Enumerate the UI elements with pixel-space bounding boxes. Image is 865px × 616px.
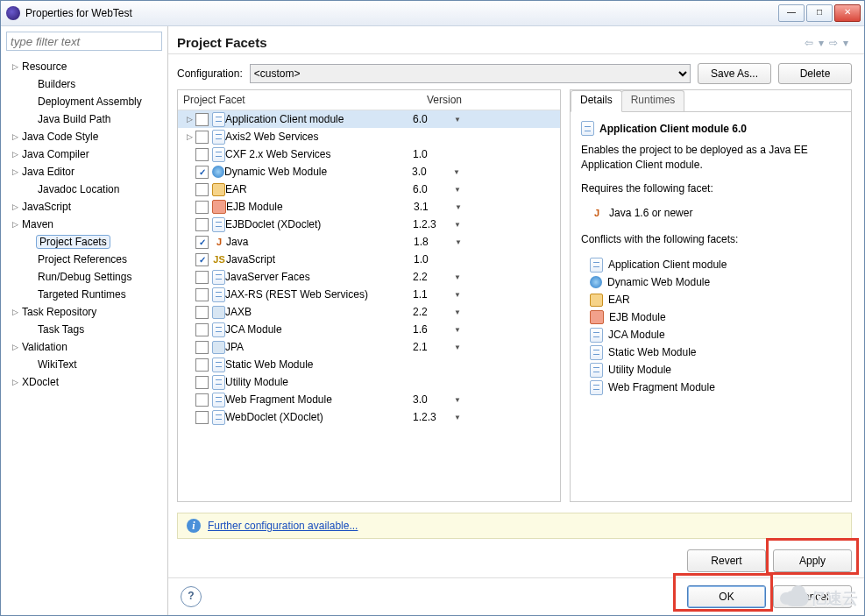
nav-item-deployment-assembly[interactable]: Deployment Assembly	[1, 93, 167, 110]
page-icon	[590, 363, 603, 378]
facet-row[interactable]: ✓Dynamic Web Module3.0▼	[178, 163, 560, 181]
nav-item-builders[interactable]: Builders	[1, 75, 167, 93]
ok-button[interactable]: OK	[687, 585, 766, 608]
forward-menu-icon[interactable]: ▾	[841, 37, 850, 49]
delete-button[interactable]: Delete	[778, 63, 852, 84]
properties-dialog: Properties for WebTest — □ ✕ ▷ResourceBu…	[0, 0, 865, 616]
facet-checkbox[interactable]	[195, 288, 209, 301]
facet-row[interactable]: ✓JSJavaScript1.0	[178, 251, 560, 268]
details-title: Application Client module 6.0	[599, 123, 747, 135]
facet-name: EJBDoclet (XDoclet)	[225, 218, 409, 230]
facet-checkbox[interactable]	[195, 411, 209, 424]
version-dropdown-icon[interactable]: ▼	[451, 308, 464, 316]
facet-table: Project Facet Version ▷Application Clien…	[177, 89, 561, 502]
facet-row[interactable]: JPA2.1▼	[178, 338, 560, 356]
version-dropdown-icon[interactable]: ▼	[451, 326, 464, 334]
facet-row[interactable]: EAR6.0▼	[178, 181, 560, 198]
nav-item-javadoc-location[interactable]: Javadoc Location	[1, 181, 167, 198]
version-dropdown-icon[interactable]: ▼	[451, 186, 464, 194]
nav-item-run-debug-settings[interactable]: Run/Debug Settings	[1, 268, 167, 286]
page-icon	[212, 393, 225, 407]
facet-checkbox[interactable]: ✓	[195, 253, 209, 266]
back-menu-icon[interactable]: ▾	[817, 37, 826, 49]
facet-row[interactable]: EJBDoclet (XDoclet)1.2.3▼	[178, 216, 560, 233]
nav-item-validation[interactable]: ▷Validation	[1, 338, 167, 356]
facet-row[interactable]: Web Fragment Module3.0▼	[178, 391, 560, 408]
back-icon[interactable]: ⇦	[803, 37, 815, 49]
facet-checkbox[interactable]	[195, 131, 209, 144]
facet-row[interactable]: Utility Module	[178, 373, 560, 391]
facet-row[interactable]: JavaServer Faces2.2▼	[178, 268, 560, 286]
nav-item-project-facets[interactable]: Project Facets	[1, 233, 167, 251]
minimize-button[interactable]: —	[778, 4, 805, 22]
apply-button[interactable]: Apply	[773, 549, 852, 572]
nav-item-task-repository[interactable]: ▷Task Repository	[1, 303, 167, 321]
nav-item-xdoclet[interactable]: ▷XDoclet	[1, 373, 167, 391]
facet-checkbox[interactable]: ✓	[195, 166, 209, 179]
forward-icon[interactable]: ⇨	[827, 37, 840, 49]
tab-runtimes[interactable]: Runtimes	[621, 90, 685, 111]
facet-row[interactable]: EJB Module3.1▼	[178, 198, 560, 216]
facet-checkbox[interactable]	[195, 323, 209, 336]
facet-checkbox[interactable]	[195, 341, 209, 354]
facet-row[interactable]: JCA Module1.6▼	[178, 321, 560, 338]
facet-row[interactable]: WebDoclet (XDoclet)1.2.3▼	[178, 408, 560, 426]
nav-item-javascript[interactable]: ▷JavaScript	[1, 198, 167, 216]
filter-input[interactable]	[6, 32, 162, 51]
nav-item-java-editor[interactable]: ▷Java Editor	[1, 163, 167, 181]
facet-checkbox[interactable]	[195, 218, 209, 231]
version-dropdown-icon[interactable]: ▼	[451, 221, 464, 229]
nav-item-maven[interactable]: ▷Maven	[1, 216, 167, 233]
facet-row[interactable]: JAXB2.2▼	[178, 303, 560, 321]
version-dropdown-icon[interactable]: ▼	[450, 168, 463, 176]
nav-item-java-code-style[interactable]: ▷Java Code Style	[1, 128, 167, 145]
facet-row[interactable]: ▷Axis2 Web Services	[178, 128, 560, 145]
version-dropdown-icon[interactable]: ▼	[452, 203, 464, 211]
tab-details[interactable]: Details	[571, 90, 622, 112]
facet-checkbox[interactable]	[195, 201, 209, 214]
column-version[interactable]: Version	[423, 94, 560, 106]
nav-item-java-build-path[interactable]: Java Build Path	[1, 110, 167, 128]
version-dropdown-icon[interactable]: ▼	[451, 396, 464, 404]
facet-name: EJB Module	[226, 201, 410, 213]
version-dropdown-icon[interactable]: ▼	[451, 414, 464, 421]
version-dropdown-icon[interactable]: ▼	[451, 116, 464, 124]
nav-item-targeted-runtimes[interactable]: Targeted Runtimes	[1, 286, 167, 303]
nav-item-resource[interactable]: ▷Resource	[1, 58, 167, 75]
facet-row[interactable]: JAX-RS (REST Web Services)1.1▼	[178, 286, 560, 303]
maximize-button[interactable]: □	[806, 4, 833, 22]
facet-checkbox[interactable]	[195, 358, 209, 372]
revert-button[interactable]: Revert	[687, 549, 766, 572]
version-dropdown-icon[interactable]: ▼	[451, 273, 464, 281]
facet-row[interactable]: ▷Application Client module6.0▼	[178, 110, 560, 128]
facet-checkbox[interactable]	[195, 148, 209, 161]
help-icon[interactable]: ?	[181, 586, 202, 607]
nav-item-java-compiler[interactable]: ▷Java Compiler	[1, 145, 167, 163]
facet-row[interactable]: Static Web Module	[178, 356, 560, 373]
facet-checkbox[interactable]	[195, 376, 209, 389]
nav-item-wikitext[interactable]: WikiText	[1, 356, 167, 373]
page-icon	[212, 130, 225, 145]
facet-checkbox[interactable]	[195, 393, 209, 407]
nav-item-task-tags[interactable]: Task Tags	[1, 321, 167, 338]
facet-checkbox[interactable]	[195, 306, 209, 319]
column-facet[interactable]: Project Facet	[178, 94, 423, 106]
version-dropdown-icon[interactable]: ▼	[451, 291, 464, 299]
further-config-link[interactable]: Further configuration available...	[208, 520, 358, 532]
configuration-select[interactable]: <custom>	[250, 64, 691, 83]
facet-checkbox[interactable]	[195, 183, 209, 196]
facet-checkbox[interactable]	[195, 113, 209, 126]
version-dropdown-icon[interactable]: ▼	[451, 343, 464, 351]
titlebar[interactable]: Properties for WebTest — □ ✕	[1, 1, 864, 26]
facet-checkbox[interactable]: ✓	[195, 236, 209, 249]
generic-icon	[212, 341, 225, 354]
nav-item-project-references[interactable]: Project References	[1, 251, 167, 268]
version-dropdown-icon[interactable]: ▼	[452, 238, 464, 246]
facet-row[interactable]: CXF 2.x Web Services1.0	[178, 145, 560, 163]
facet-name: Utility Module	[225, 376, 409, 388]
facet-row[interactable]: ✓JJava1.8▼	[178, 233, 560, 251]
close-button[interactable]: ✕	[834, 4, 861, 22]
expand-icon: ▷	[183, 132, 195, 141]
facet-checkbox[interactable]	[195, 271, 209, 284]
save-as-button[interactable]: Save As...	[698, 63, 771, 84]
